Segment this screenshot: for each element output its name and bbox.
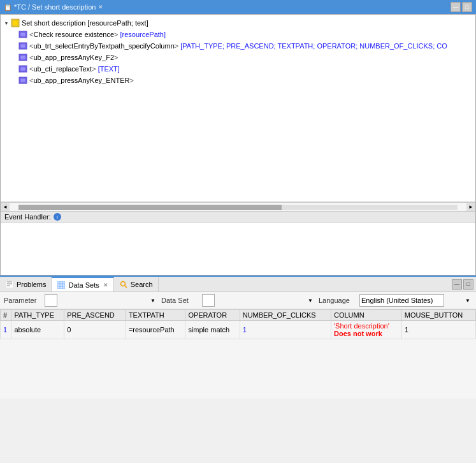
item-icon-2 [18,41,27,50]
dataset-group: Data Set [161,294,315,307]
info-icon: i [54,213,61,221]
tabs-right: — □ [452,279,476,290]
expand-spacer-4 [11,66,17,72]
col-header-num-clicks: NUMBER_OF_CLICKS [240,310,331,321]
hscroll-bar[interactable]: ◄ ► [1,202,475,211]
param-select[interactable] [45,294,57,307]
problems-icon [5,280,14,289]
tree-item-5-label: <ub_app_pressAnyKey_ENTER> [29,77,134,84]
tree-item-4-label: <ub_cti_replaceText> [TEXT] [29,65,120,73]
cursor-indicator: ↖ [85,15,93,15]
tree-item-2[interactable]: <ub_trt_selectEntryByTextpath_specifyCol… [1,40,475,52]
svg-rect-3 [20,33,25,36]
panel-maximize-btn[interactable]: □ [463,279,473,290]
column-value: 'Short description' [334,322,389,330]
tree-root-label: Set short description [resourcePath; tex… [22,19,148,27]
title-bar-icon: 📋 [4,4,11,11]
expand-spacer-5 [11,77,17,84]
tab-search[interactable]: Search [114,277,159,291]
svg-rect-7 [20,55,25,59]
event-handler-label: Event Handler: [4,213,51,221]
panel-minimize-btn[interactable]: — [452,279,462,290]
expand-spacer-3 [11,54,17,61]
svg-line-22 [124,285,127,288]
hscroll-left[interactable]: ◄ [1,203,10,212]
expand-arrow-root[interactable] [3,20,10,26]
language-group: Language English (United States) [319,294,472,307]
svg-rect-16 [57,281,65,289]
col-header-column: COLUMN [331,310,402,321]
event-handler-content[interactable] [1,223,475,272]
item-icon-3 [18,53,27,62]
svg-rect-11 [20,78,25,82]
language-label: Language [319,297,357,304]
tree-item-2-label: <ub_trt_selectEntryByTextpath_specifyCol… [29,42,447,50]
svg-rect-5 [20,44,25,48]
table-row: 1 absolute 0 =resourcePath simple match … [1,321,476,339]
cell-num: 1 [1,321,11,339]
tree-item-1-label: <Check resource existence> [resourcePath… [29,31,166,38]
event-handler-title: Event Handler: i [1,212,475,223]
cell-operator: simple match [185,321,240,339]
tab-problems-label: Problems [17,281,46,288]
item-icon-4 [18,64,27,73]
tree-item-3-label: <ub_app_pressAnyKey_F2> [29,54,118,61]
title-bar-left: 📋 *TC / Set short description ✕ [4,3,103,11]
dataset-label: Data Set [161,297,199,304]
item-icon-1 [18,30,27,39]
expand-spacer-1 [11,31,17,38]
search-tab-icon [119,280,128,289]
tabs-bar: Problems Data Sets ✕ [0,277,476,292]
dataset-select-wrap [202,294,315,307]
datasets-icon [57,281,66,290]
title-bar-title: *TC / Set short description [14,3,96,11]
svg-rect-1 [13,20,18,26]
tree-item-4[interactable]: <ub_cti_replaceText> [TEXT] [1,63,475,75]
cell-pre-ascend: 0 [64,321,126,339]
tab-datasets-label: Data Sets [68,281,99,289]
language-select[interactable]: English (United States) [359,294,444,307]
hscroll-right[interactable]: ► [466,203,475,212]
tab-search-label: Search [131,281,153,288]
event-handler-panel: Event Handler: i [1,211,475,275]
tab-datasets-close[interactable]: ✕ [103,282,108,288]
tab-problems[interactable]: Problems [0,277,52,291]
col-header-mouse-button: MOUSE_BUTTON [401,310,475,321]
svg-point-21 [120,281,125,286]
col-header-path-type: PATH_TYPE [11,310,64,321]
tree-item-1[interactable]: <Check resource existence> [resourcePath… [1,29,475,40]
language-select-wrap: English (United States) [359,294,472,307]
title-bar: 📋 *TC / Set short description ✕ — □ [0,0,476,14]
col-header-num: # [1,310,11,321]
expand-spacer-2 [11,43,17,49]
table-header-row: # PATH_TYPE PRE_ASCEND TEXTPATH OPERATOR… [1,310,476,321]
tree-area[interactable]: Set short description [resourcePath; tex… [1,15,475,202]
tree-item-5[interactable]: <ub_app_pressAnyKey_ENTER> [1,75,475,86]
title-bar-controls: — □ [451,2,472,12]
tree-root[interactable]: Set short description [resourcePath; tex… [1,17,475,29]
tab-datasets[interactable]: Data Sets ✕ [52,277,113,291]
cell-num-clicks: 1 [240,321,331,339]
minimize-button[interactable]: — [451,2,461,12]
tree-item-3[interactable]: <ub_app_pressAnyKey_F2> [1,52,475,63]
table-wrap[interactable]: # PATH_TYPE PRE_ASCEND TEXTPATH OPERATOR… [0,309,476,399]
hscroll-thumb [18,205,282,210]
hscroll-track[interactable] [18,205,458,210]
cell-textpath: =resourcePath [126,321,185,339]
param-label: Parameter [4,297,42,304]
cell-path-type: absolute [11,321,64,339]
dataset-select[interactable] [202,294,215,307]
bottom-panel: Problems Data Sets ✕ [0,276,476,399]
tabs-left: Problems Data Sets ✕ [0,277,159,291]
main-panel: Set short description [resourcePath; tex… [0,14,476,276]
does-not-work-label: Does not work [334,330,382,337]
svg-rect-9 [20,67,25,71]
title-bar-close-x: ✕ [98,4,103,10]
col-header-textpath: TEXTPATH [126,310,185,321]
col-header-operator: OPERATOR [185,310,240,321]
dataset-controls: Parameter Data Set Language English (Uni… [0,292,476,309]
data-table: # PATH_TYPE PRE_ASCEND TEXTPATH OPERATOR… [0,309,476,339]
cell-column: 'Short description' Does not work [331,321,402,339]
param-group: Parameter [4,294,157,307]
maximize-button[interactable]: □ [462,2,472,12]
